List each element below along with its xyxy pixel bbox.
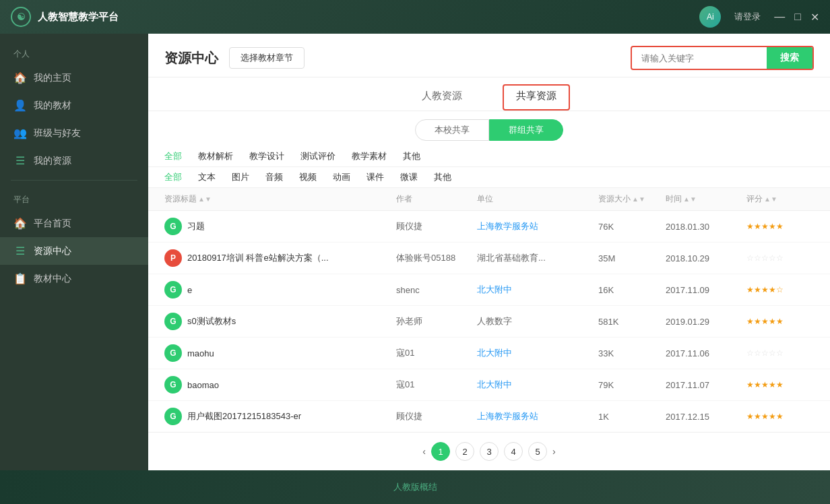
sub-tab-school[interactable]: 本校共享: [415, 119, 489, 141]
friends-icon: 👥: [13, 127, 27, 139]
resource-icon-4: G: [164, 344, 182, 362]
table-row[interactable]: G 用户截图20171215183543-er 顾仪捷 上海教学服务站 1K 2…: [148, 401, 830, 432]
filter-row-1: 全部 教材解析 教学设计 测试评价 教学素材 其他: [148, 146, 830, 167]
sidebar-label-resource-center: 资源中心: [34, 245, 71, 257]
filter2-micro-course[interactable]: 微课: [400, 171, 418, 183]
page-3-button[interactable]: 3: [480, 442, 499, 461]
sidebar-item-platform-home[interactable]: 🏠 平台首页: [0, 210, 148, 237]
resource-unit-3: 人教数字: [477, 315, 598, 327]
table-row[interactable]: G maohu 寇01 北大附中 33K 2017.11.06 ☆☆☆☆☆: [148, 338, 830, 369]
table-row[interactable]: P 20180917培训 科普e站解决方案（... 体验账号05188 湖北省基…: [148, 243, 830, 274]
sidebar-item-resource-center[interactable]: ☰ 资源中心: [0, 237, 148, 265]
filter1-all[interactable]: 全部: [164, 150, 182, 162]
resource-unit-4[interactable]: 北大附中: [477, 347, 598, 359]
filter1-other[interactable]: 其他: [403, 150, 420, 162]
filter2-text[interactable]: 文本: [198, 171, 216, 183]
table-row[interactable]: G s0测试教材s 孙老师 人教数字 581K 2019.01.29 ★★★★★: [148, 306, 830, 338]
logo-icon: ☯: [17, 11, 26, 22]
prev-page-button[interactable]: ‹: [422, 446, 426, 457]
header-left: 资源中心 选择教材章节: [164, 47, 305, 69]
minimize-button[interactable]: —: [774, 11, 785, 23]
tabs-bar: 人教资源 共享资源: [148, 77, 830, 111]
rating-sort-icon[interactable]: ▲▼: [764, 195, 777, 203]
tab-renjiao[interactable]: 人教资源: [408, 84, 476, 111]
page-4-button[interactable]: 4: [504, 442, 523, 461]
page-2-button[interactable]: 2: [455, 442, 474, 461]
filter1-teaching-material[interactable]: 教学素材: [352, 150, 387, 162]
resource-name-2: G e: [164, 281, 396, 298]
app-title: 人教智慧教学平台: [38, 11, 699, 24]
sidebar-label-my-home: 我的主页: [34, 72, 71, 84]
next-page-button[interactable]: ›: [552, 446, 556, 457]
filter2-audio[interactable]: 音频: [265, 171, 283, 183]
resource-unit-6[interactable]: 上海教学服务站: [477, 410, 598, 422]
resource-stars-3: ★★★★★: [746, 317, 814, 326]
size-sort-icon[interactable]: ▲▼: [632, 195, 645, 203]
close-button[interactable]: ✕: [810, 11, 819, 24]
resource-author-4: 寇01: [396, 347, 477, 359]
tab-shared[interactable]: 共享资源: [503, 84, 570, 111]
filter2-video[interactable]: 视频: [299, 171, 317, 183]
filter2-image[interactable]: 图片: [232, 171, 249, 183]
resource-title-4: maohu: [187, 348, 214, 358]
resource-title-0: 习题: [187, 220, 205, 232]
resource-name-3: G s0测试教材s: [164, 313, 396, 330]
time-sort-icon[interactable]: ▲▼: [683, 195, 697, 203]
resource-unit-0[interactable]: 上海教学服务站: [477, 220, 598, 232]
resource-author-2: shenc: [396, 285, 477, 295]
name-sort-icon[interactable]: ▲▼: [198, 195, 212, 203]
sidebar-item-my-material[interactable]: 👤 我的教材: [0, 92, 148, 119]
resource-author-6: 顾仪捷: [396, 410, 477, 422]
search-button[interactable]: 搜索: [767, 47, 812, 69]
table-body: G 习题 顾仪捷 上海教学服务站 76K 2018.01.30 ★★★★★ P …: [148, 211, 830, 432]
resource-center-icon: ☰: [13, 245, 27, 257]
table-container: 资源标题 ▲▼ 作者 单位 资源大小 ▲▼ 时间 ▲▼ 评分: [148, 188, 830, 432]
watermark-bar: 人教版概结: [0, 470, 830, 504]
resource-stars-4: ☆☆☆☆☆: [746, 348, 814, 358]
resource-stars-1: ☆☆☆☆☆: [746, 253, 814, 263]
resource-size-0: 76K: [598, 222, 666, 232]
filter2-animation[interactable]: 动画: [333, 171, 350, 183]
sidebar-item-material-center[interactable]: 📋 教材中心: [0, 265, 148, 292]
window-controls: — □ ✕: [774, 11, 819, 24]
filter1-material-parse[interactable]: 教材解析: [198, 150, 233, 162]
resource-icon-6: G: [164, 408, 182, 425]
filter2-courseware[interactable]: 课件: [366, 171, 384, 183]
resource-time-4: 2017.11.06: [666, 348, 746, 358]
home-icon: 🏠: [13, 71, 27, 84]
maximize-button[interactable]: □: [794, 11, 801, 23]
sidebar-label-my-resources: 我的资源: [34, 155, 71, 167]
sub-tabs: 本校共享 群组共享: [148, 111, 830, 146]
page-1-button[interactable]: 1: [431, 442, 450, 461]
resource-unit-5[interactable]: 北大附中: [477, 379, 598, 391]
resource-unit-2[interactable]: 北大附中: [477, 284, 598, 296]
sub-tab-group[interactable]: 群组共享: [489, 119, 563, 141]
resource-name-4: G maohu: [164, 344, 396, 362]
resource-stars-2: ★★★★☆: [746, 285, 814, 294]
pagination: ‹ 1 2 3 4 5 ›: [148, 432, 830, 470]
filter1-teaching-design[interactable]: 教学设计: [249, 150, 284, 162]
resource-author-5: 寇01: [396, 379, 477, 391]
resource-time-5: 2017.11.07: [666, 380, 746, 390]
filter2-all[interactable]: 全部: [164, 171, 182, 183]
col-rating: 评分 ▲▼: [746, 193, 814, 205]
page-5-button[interactable]: 5: [528, 442, 547, 461]
resource-size-2: 16K: [598, 285, 666, 295]
resource-time-1: 2018.10.29: [666, 253, 746, 263]
table-row[interactable]: G e shenc 北大附中 16K 2017.11.09 ★★★★☆: [148, 274, 830, 306]
resource-stars-0: ★★★★★: [746, 222, 814, 231]
resource-icon-0: G: [164, 218, 182, 235]
platform-home-icon: 🏠: [13, 217, 27, 230]
filter2-other[interactable]: 其他: [434, 171, 451, 183]
filter1-test-eval[interactable]: 测试评价: [300, 150, 336, 162]
search-input[interactable]: [632, 49, 767, 68]
login-label[interactable]: 请登录: [734, 11, 761, 23]
table-row[interactable]: G baomao 寇01 北大附中 79K 2017.11.07 ★★★★★: [148, 369, 830, 401]
table-row[interactable]: G 习题 顾仪捷 上海教学服务站 76K 2018.01.30 ★★★★★: [148, 211, 830, 243]
sidebar-item-class-friends[interactable]: 👥 班级与好友: [0, 119, 148, 147]
sidebar-item-my-home[interactable]: 🏠 我的主页: [0, 64, 148, 92]
select-chapter-button[interactable]: 选择教材章节: [229, 47, 305, 69]
sidebar-item-my-resources[interactable]: ☰ 我的资源: [0, 147, 148, 175]
titlebar-right: Ai 请登录 — □ ✕: [699, 6, 819, 28]
page-title: 资源中心: [164, 49, 218, 67]
